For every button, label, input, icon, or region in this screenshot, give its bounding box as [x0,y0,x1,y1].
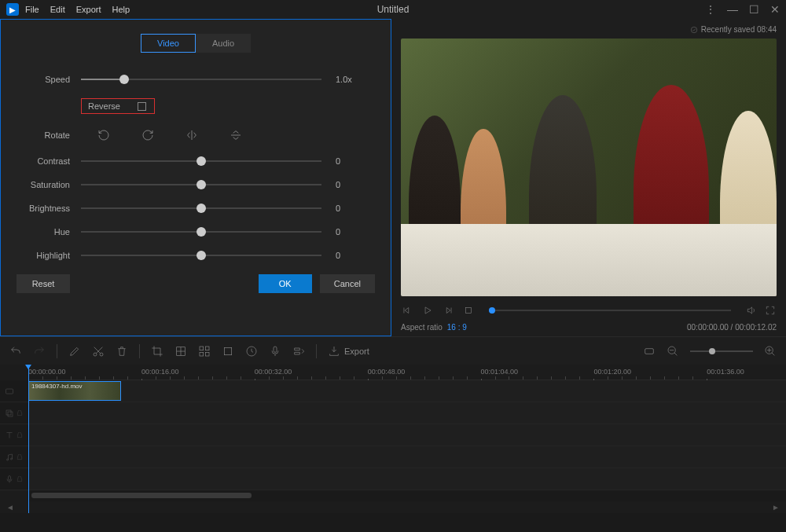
minimize-icon[interactable]: — [727,3,738,16]
export-button[interactable]: Export [328,345,369,358]
zoom-slider[interactable] [690,350,753,352]
overlay-track[interactable] [28,402,786,424]
video-track[interactable]: 19884307-hd.mov [28,380,786,402]
video-preview[interactable] [401,39,777,296]
highlight-slider[interactable] [81,255,321,256]
svg-rect-7 [200,352,204,356]
speed-slider[interactable] [81,79,321,80]
reverse-checkbox[interactable] [138,102,146,111]
track-head-voice[interactable] [0,468,28,490]
svg-rect-8 [205,352,209,356]
menu-help[interactable]: Help [112,5,130,14]
next-frame-icon[interactable] [442,304,454,317]
delete-icon[interactable] [116,345,128,358]
maximize-icon[interactable]: ☐ [749,3,759,16]
zoom-out-icon[interactable] [667,345,679,358]
saved-text: Recently saved 08:44 [701,25,777,34]
track-head-overlay[interactable] [0,402,28,424]
svg-rect-5 [200,347,204,350]
timeline: 00:00:00.0000:00:16.0000:00:32.0000:00:4… [0,365,786,513]
rotate-ccw-icon[interactable] [97,128,111,142]
contrast-label: Contrast [17,156,81,166]
duration-icon[interactable] [245,345,258,358]
ruler-tick: 00:00:32.00 [255,368,292,376]
ruler-tick: 00:00:00.00 [28,368,66,376]
saturation-label: Saturation [17,180,81,189]
mic-icon[interactable] [269,345,281,358]
svg-rect-11 [274,347,277,352]
brightness-slider[interactable] [81,207,321,209]
menu-edit[interactable]: Edit [50,5,65,14]
fit-icon[interactable] [643,345,656,358]
video-clip[interactable]: 19884307-hd.mov [28,381,121,401]
svg-rect-15 [6,389,13,394]
ok-button[interactable]: OK [259,274,312,293]
menu-export[interactable]: Export [76,5,101,14]
more-icon[interactable]: ⋮ [705,3,716,16]
stop-icon[interactable] [462,304,475,317]
track-head-music[interactable] [0,446,28,468]
contrast-value: 0 [336,156,375,166]
hue-value: 0 [336,227,375,237]
timeline-ruler[interactable]: 00:00:00.0000:00:16.0000:00:32.0000:00:4… [28,365,786,380]
frame-icon[interactable] [222,345,234,358]
rotate-label: Rotate [17,130,81,140]
voice-track[interactable] [28,468,786,490]
hue-label: Hue [17,227,81,237]
svg-rect-17 [8,412,13,416]
brightness-value: 0 [336,204,375,213]
scroll-right-icon[interactable]: ► [772,503,780,512]
mosaic-icon[interactable] [174,345,187,358]
rotate-cw-icon[interactable] [141,128,155,142]
redo-icon[interactable] [33,345,46,358]
track-head-video[interactable] [0,380,28,402]
document-title: Untitled [377,4,410,15]
text-track[interactable] [28,424,786,446]
tab-audio[interactable]: Audio [196,34,251,53]
time-sep: / [729,323,735,332]
svg-rect-1 [466,308,472,314]
svg-point-0 [691,27,697,33]
grid-icon[interactable] [198,345,211,358]
contrast-slider[interactable] [81,160,321,162]
tab-video[interactable]: Video [141,34,196,53]
cut-icon[interactable] [92,345,105,358]
time-total: 00:00:12.02 [735,323,777,332]
svg-rect-9 [224,347,231,354]
saved-icon [690,26,698,34]
reset-button[interactable]: Reset [17,274,70,293]
play-icon[interactable] [421,304,434,317]
horizontal-scrollbar[interactable] [28,490,786,501]
prev-frame-icon[interactable] [401,304,413,317]
flip-horizontal-icon[interactable] [185,128,199,142]
scroll-left-icon[interactable]: ◄ [6,503,14,512]
hue-slider[interactable] [81,231,321,233]
ruler-tick: 00:00:48.00 [368,368,406,376]
speed-label: Speed [17,75,81,84]
aspect-ratio-label: Aspect ratio [401,323,443,332]
svg-point-19 [11,458,13,460]
title-bar: ▶ File Edit Export Help Untitled ⋮ — ☐ ✕ [0,0,786,19]
fullscreen-icon[interactable] [764,304,777,317]
svg-point-18 [7,459,9,460]
brightness-label: Brightness [17,204,81,213]
edit-icon[interactable] [68,345,81,358]
seek-bar[interactable] [489,310,731,311]
saturation-slider[interactable] [81,184,321,185]
undo-icon[interactable] [9,345,22,358]
music-track[interactable] [28,446,786,468]
ruler-tick: 00:00:16.00 [141,368,179,376]
saturation-value: 0 [336,180,375,189]
flip-vertical-icon[interactable] [229,128,243,142]
aspect-ratio-value[interactable]: 16 : 9 [447,323,467,332]
preview-panel: Recently saved 08:44 Aspect ratio 16 : 9… [391,19,786,336]
menu-file[interactable]: File [25,5,39,14]
crop-icon[interactable] [151,345,163,358]
zoom-in-icon[interactable] [764,345,777,358]
volume-icon[interactable] [745,304,758,317]
track-head-text[interactable] [0,424,28,446]
close-icon[interactable]: ✕ [770,3,780,16]
cancel-button[interactable]: Cancel [320,274,375,293]
svg-rect-6 [205,347,209,350]
tts-icon[interactable] [292,345,305,358]
